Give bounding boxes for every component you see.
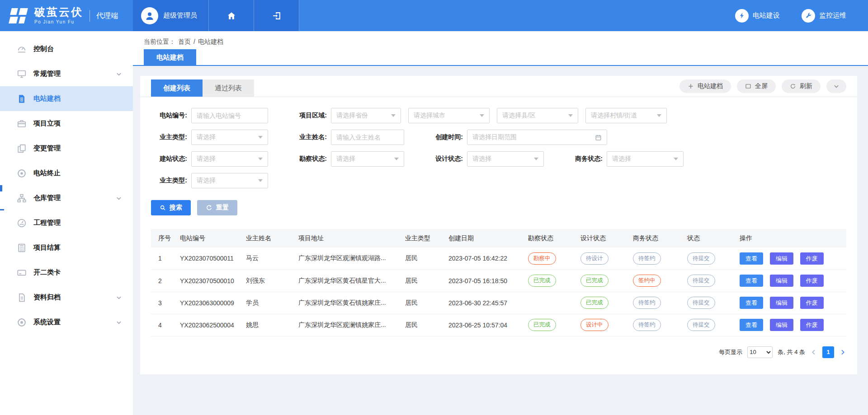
col-no: 序号 bbox=[151, 229, 176, 247]
home-button[interactable] bbox=[209, 0, 254, 31]
collapse-toolbar-button[interactable] bbox=[826, 79, 846, 93]
td-created: 2023-07-05 16:18:50 bbox=[445, 270, 524, 292]
sidebar-item-engineering-mgmt[interactable]: 工程管理 bbox=[0, 210, 133, 235]
tab-approved-list[interactable]: 通过列表 bbox=[203, 79, 254, 97]
user-menu[interactable]: 超级管理员 bbox=[133, 0, 209, 31]
sidebar-item-project-initiation[interactable]: 项目立项 bbox=[0, 111, 133, 136]
sidebar-item-type2-card[interactable]: 开二类卡 bbox=[0, 260, 133, 285]
city-select[interactable]: 请选择城市 bbox=[408, 108, 490, 123]
document-icon bbox=[17, 94, 27, 104]
sitemap-icon bbox=[17, 193, 27, 203]
create-station-button[interactable]: 电站建档 bbox=[679, 79, 731, 93]
edit-button[interactable]: 编辑 bbox=[770, 275, 793, 287]
fullscreen-button[interactable]: 全屏 bbox=[737, 79, 776, 93]
module-monitoring-ops[interactable]: 监控运维 bbox=[802, 0, 846, 31]
sidebar-item-data-archive[interactable]: 资料归档 bbox=[0, 285, 133, 310]
module-label: 电站建设 bbox=[753, 11, 780, 20]
reset-button[interactable]: 重置 bbox=[197, 200, 237, 215]
sidebar-item-station-filing[interactable]: 电站建档 bbox=[0, 86, 133, 111]
view-button[interactable]: 查看 bbox=[740, 275, 763, 287]
void-button[interactable]: 作废 bbox=[800, 252, 824, 265]
owner-type-select[interactable]: 请选择 bbox=[191, 130, 268, 145]
fullscreen-icon bbox=[745, 83, 751, 89]
sidebar-item-console[interactable]: 控制台 bbox=[0, 37, 133, 61]
refresh-button[interactable]: 刷新 bbox=[782, 79, 821, 93]
design-status-select[interactable]: 请选择 bbox=[467, 151, 544, 167]
design-status-badge: 设计中 bbox=[580, 319, 609, 331]
station-table: 序号 电站编号 业主姓名 项目地址 业主类型 创建日期 勘察状态 设计状态 商务… bbox=[151, 229, 846, 336]
signin-button[interactable] bbox=[254, 0, 299, 31]
edit-button[interactable]: 编辑 bbox=[770, 252, 793, 265]
td-address: 广东深圳龙华区黄石镇星官大... bbox=[295, 270, 401, 292]
td-address: 广东深圳龙华区观澜镇姚家庄... bbox=[295, 314, 401, 336]
home-icon bbox=[226, 11, 236, 21]
sidebar-item-project-settlement[interactable]: 项目结算 bbox=[0, 235, 133, 260]
view-button[interactable]: 查看 bbox=[740, 297, 763, 309]
next-page-button[interactable] bbox=[839, 349, 846, 356]
table-row: 4 YX2023062500004 姚思 广东深圳龙华区观澜镇姚家庄... 居民… bbox=[151, 314, 846, 336]
build-status-select[interactable]: 请选择 bbox=[191, 151, 268, 167]
page-tab-station-filing[interactable]: 电站建档 bbox=[144, 49, 196, 65]
header-nav: 超级管理员 bbox=[133, 0, 299, 31]
chevron-down-icon bbox=[833, 83, 840, 89]
refresh-icon bbox=[790, 83, 796, 89]
owner-type2-select[interactable]: 请选择 bbox=[191, 173, 268, 188]
sidebar: 控制台 常规管理 电站建档 项目立项 变更管理 电站终止 仓库管理 工程管理 项… bbox=[0, 31, 133, 415]
td-created: 2023-06-30 22:45:57 bbox=[445, 292, 524, 314]
county-select[interactable]: 请选择县/区 bbox=[497, 108, 578, 123]
sidebar-item-station-termination[interactable]: 电站终止 bbox=[0, 161, 133, 186]
col-address: 项目地址 bbox=[295, 229, 401, 247]
breadcrumb-home-link[interactable]: 首页 bbox=[178, 38, 191, 46]
module-label: 监控运维 bbox=[819, 11, 846, 20]
tab-created-list[interactable]: 创建列表 bbox=[151, 79, 203, 97]
sign-in-icon bbox=[272, 11, 282, 21]
td-owner: 学员 bbox=[242, 292, 295, 314]
chevron-down-icon bbox=[116, 71, 122, 77]
station-code-input[interactable] bbox=[191, 108, 268, 123]
void-button[interactable]: 作废 bbox=[800, 275, 824, 287]
business-status-badge: 待签约 bbox=[633, 252, 661, 265]
design-status-label: 设计状态: bbox=[427, 155, 463, 163]
survey-status-select[interactable]: 请选择 bbox=[331, 151, 404, 167]
module-station-construction[interactable]: 电站建设 bbox=[735, 0, 780, 31]
sidebar-item-warehouse-mgmt[interactable]: 仓库管理 bbox=[0, 186, 133, 210]
void-button[interactable]: 作废 bbox=[800, 297, 824, 309]
caret-down-icon bbox=[391, 114, 396, 117]
owner-type2-label: 业主类型: bbox=[151, 177, 187, 185]
business-status-select[interactable]: 请选择 bbox=[607, 151, 684, 167]
td-no: 3 bbox=[151, 292, 176, 314]
view-button[interactable]: 查看 bbox=[740, 319, 763, 331]
caret-down-icon bbox=[258, 179, 263, 182]
design-status-badge: 已完成 bbox=[580, 275, 609, 287]
settings-target-icon bbox=[17, 317, 27, 327]
bolt-icon bbox=[735, 9, 749, 23]
page-number-1[interactable]: 1 bbox=[822, 346, 834, 358]
td-address: 广东深圳龙华区观澜镇观湖路... bbox=[295, 247, 401, 270]
username: 超级管理员 bbox=[163, 11, 197, 20]
view-button[interactable]: 查看 bbox=[740, 252, 763, 265]
edit-button[interactable]: 编辑 bbox=[770, 319, 793, 331]
province-select[interactable]: 请选择省份 bbox=[331, 108, 401, 123]
owner-name-input[interactable] bbox=[331, 130, 404, 145]
caret-down-icon bbox=[674, 158, 678, 160]
search-button[interactable]: 搜索 bbox=[151, 200, 191, 215]
prev-page-button[interactable] bbox=[810, 349, 817, 356]
table-row: 2 YX2023070500010 刘强东 广东深圳龙华区黄石镇星官大... 居… bbox=[151, 270, 846, 292]
col-design: 设计状态 bbox=[577, 229, 629, 247]
edit-button[interactable]: 编辑 bbox=[770, 297, 793, 309]
sidebar-scroll-indicator bbox=[0, 185, 2, 191]
sidebar-item-change-mgmt[interactable]: 变更管理 bbox=[0, 136, 133, 161]
chevron-right-icon bbox=[839, 349, 846, 356]
monitor-icon bbox=[17, 69, 27, 79]
date-range-input[interactable]: 请选择日期范围 bbox=[467, 130, 607, 145]
void-button[interactable]: 作废 bbox=[800, 319, 824, 331]
record-icon bbox=[17, 168, 27, 178]
sidebar-item-general-mgmt[interactable]: 常规管理 bbox=[0, 61, 133, 86]
per-page-select[interactable]: 10 bbox=[747, 346, 773, 358]
village-select[interactable]: 请选择村镇/街道 bbox=[585, 108, 667, 123]
td-created: 2023-06-25 10:57:04 bbox=[445, 314, 524, 336]
breadcrumb-bar: 当前位置： 首页 / 电站建档 电站建档 bbox=[133, 31, 868, 66]
td-code: YX2023070500010 bbox=[176, 270, 242, 292]
sidebar-item-system-settings[interactable]: 系统设置 bbox=[0, 310, 133, 335]
brand[interactable]: 破茧云伏 Po Jian Yun Fu 代理端 bbox=[0, 0, 133, 31]
